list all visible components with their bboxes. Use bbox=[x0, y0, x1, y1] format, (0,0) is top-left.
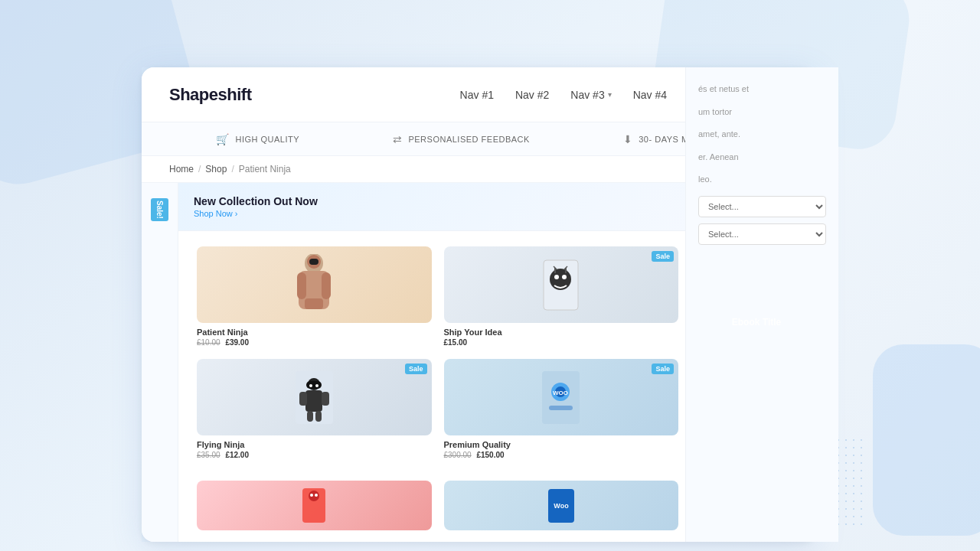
flying-ninja-image bbox=[293, 369, 335, 426]
nav-item-4[interactable]: Nav #4 bbox=[633, 89, 667, 101]
svg-rect-3 bbox=[322, 272, 331, 299]
far-right-text5: leo. bbox=[698, 173, 826, 187]
svg-rect-18 bbox=[299, 392, 307, 406]
product-card-ship-idea[interactable]: Sale Ship Your Ide bbox=[438, 240, 685, 353]
ebook-card-title: Ebook Title bbox=[732, 317, 781, 328]
product-new-price-2: £15.00 bbox=[444, 338, 468, 347]
svg-rect-2 bbox=[297, 272, 306, 299]
product-price-1: £10.00 £39.00 bbox=[197, 338, 432, 347]
svg-point-9 bbox=[554, 275, 559, 279]
product-thumb-2: Sale bbox=[444, 246, 679, 323]
product-price-3: £35.00 £12.00 bbox=[197, 451, 432, 459]
breadcrumb-shop[interactable]: Shop bbox=[205, 164, 227, 174]
cart-icon: 🛒 bbox=[216, 133, 230, 145]
feature-personalised: ⇄ PERSONALISED FEEDBACK bbox=[393, 133, 530, 145]
product-card-flying-ninja[interactable]: Sale bbox=[191, 353, 438, 465]
product-thumb-4: Sale WOO bbox=[444, 359, 679, 435]
partial-products: Woo bbox=[178, 474, 697, 542]
product-new-price-4: £150.00 bbox=[476, 451, 504, 459]
product-thumb-3: Sale bbox=[197, 359, 432, 435]
product-name-3: Flying Ninja bbox=[197, 440, 432, 449]
product-price-4: £300.00 £150.00 bbox=[444, 451, 679, 459]
shop-now-link[interactable]: Shop Now › bbox=[194, 209, 681, 218]
svg-point-8 bbox=[550, 269, 571, 290]
partial-product-row: Woo bbox=[191, 474, 684, 536]
svg-rect-17 bbox=[305, 390, 322, 412]
sale-badge: Sale! bbox=[151, 198, 168, 221]
svg-point-24 bbox=[315, 384, 318, 387]
patient-ninja-image bbox=[291, 254, 337, 319]
breadcrumb-sep-2: / bbox=[231, 164, 234, 174]
svg-point-33 bbox=[315, 494, 318, 497]
far-right-content: és et netus et um tortor amet, ante. er.… bbox=[685, 67, 838, 542]
svg-rect-6 bbox=[309, 259, 318, 265]
partial-thumb-red bbox=[197, 481, 432, 530]
product-new-price-3: £12.00 bbox=[225, 451, 249, 459]
product-old-price-1: £10.00 bbox=[197, 338, 220, 347]
far-right-dropdown-1[interactable]: Select... bbox=[698, 196, 826, 217]
breadcrumb-home[interactable]: Home bbox=[169, 164, 194, 174]
product-card-patient-ninja[interactable]: Patient Ninja £10.00 £39.00 bbox=[191, 240, 438, 353]
product-name-4: Premium Quality bbox=[444, 440, 679, 449]
svg-point-31 bbox=[309, 491, 319, 501]
svg-text:WOO: WOO bbox=[553, 390, 568, 396]
ship-idea-image bbox=[540, 256, 582, 314]
left-sidebar: Sale! bbox=[142, 183, 178, 542]
svg-rect-4 bbox=[305, 298, 323, 309]
product-grid: Patient Ninja £10.00 £39.00 Sale bbox=[178, 231, 697, 474]
premium-quality-image: WOO bbox=[540, 369, 582, 426]
chevron-down-icon: ▾ bbox=[608, 90, 612, 99]
product-new-price-1: £39.00 bbox=[225, 338, 249, 347]
shop-area: New Collection Out Now Shop Now › bbox=[178, 183, 697, 542]
svg-rect-19 bbox=[322, 392, 329, 406]
banner-title: New Collection Out Now bbox=[194, 195, 681, 207]
far-right-text1: és et netus et bbox=[698, 83, 826, 96]
sale-badge-3: Sale bbox=[405, 364, 427, 374]
arrows-icon: ⇄ bbox=[393, 133, 403, 145]
product-old-price-4: £300.00 bbox=[444, 451, 472, 459]
svg-point-23 bbox=[309, 384, 312, 387]
partial-card-red[interactable] bbox=[191, 474, 438, 536]
product-name-1: Patient Ninja bbox=[197, 328, 432, 337]
product-price-2: £15.00 bbox=[444, 338, 679, 347]
svg-rect-22 bbox=[306, 381, 322, 389]
woo-image: Woo bbox=[546, 487, 577, 525]
product-name-2: Ship Your Idea bbox=[444, 328, 679, 337]
arrow-right-icon: › bbox=[235, 209, 238, 218]
sale-badge-4: Sale bbox=[652, 364, 674, 374]
nav-item-3[interactable]: Nav #3 ▾ bbox=[570, 89, 611, 101]
far-right-text2: um tortor bbox=[698, 106, 826, 119]
far-right-dropdown-2[interactable]: Select... bbox=[698, 223, 826, 245]
bg-decoration-bottomright bbox=[873, 344, 980, 536]
svg-rect-21 bbox=[315, 411, 322, 422]
nav-item-2[interactable]: Nav #2 bbox=[515, 89, 549, 101]
nav-item-1[interactable]: Nav #1 bbox=[460, 89, 494, 101]
site-logo: Shapeshift bbox=[169, 85, 251, 105]
svg-rect-20 bbox=[307, 411, 313, 422]
breadcrumb-sep-1: / bbox=[198, 164, 201, 174]
svg-point-32 bbox=[310, 494, 313, 497]
feature-high-quality: 🛒 HIGH QUALITY bbox=[216, 133, 299, 145]
sale-badge-2: Sale bbox=[652, 251, 674, 262]
red-ninja-image bbox=[299, 484, 329, 527]
svg-point-10 bbox=[562, 275, 567, 279]
product-old-price-3: £35.00 bbox=[197, 451, 220, 459]
product-card-premium[interactable]: Sale WOO Premium Quality £300.00 £150.00 bbox=[438, 353, 685, 465]
download-icon: ⬇ bbox=[623, 133, 633, 145]
partial-card-woo[interactable]: Woo bbox=[438, 474, 685, 536]
far-right-text4: er. Aenean bbox=[698, 151, 826, 165]
shop-banner: New Collection Out Now Shop Now › bbox=[178, 183, 697, 231]
breadcrumb-current: Patient Ninja bbox=[239, 164, 291, 174]
product-thumb-1 bbox=[197, 246, 432, 323]
far-right-text3: amet, ante. bbox=[698, 128, 826, 142]
svg-text:Woo: Woo bbox=[554, 502, 569, 510]
svg-rect-29 bbox=[549, 406, 573, 410]
partial-thumb-woo: Woo bbox=[444, 481, 679, 530]
